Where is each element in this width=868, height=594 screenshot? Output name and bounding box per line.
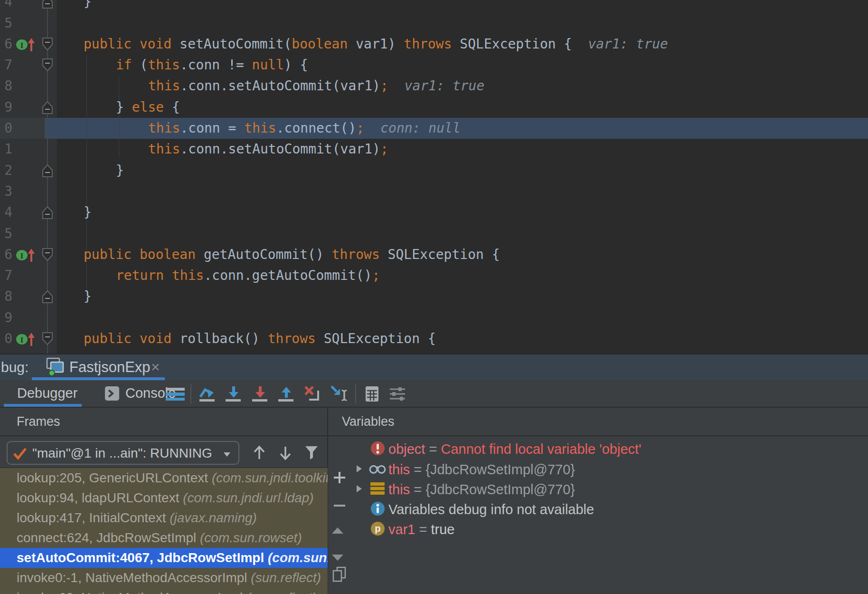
stack-frame-row[interactable]: lookup:205, GenericURLContext (com.sun.j… (0, 468, 328, 488)
inline-debug-hint: var1: true (405, 78, 485, 94)
stack-frame-row[interactable]: lookup:94, ldapURLContext (com.sun.jndi.… (0, 488, 328, 508)
line-number: 8 (0, 286, 12, 307)
force-step-into-icon[interactable] (251, 384, 270, 403)
expand-arrow-icon[interactable] (356, 484, 363, 495)
frame-method: lookup:94, ldapURLContext (17, 490, 183, 505)
code-line: 4} (0, 202, 868, 223)
debug-session-tab-title: FastjsonExp (69, 354, 151, 380)
line-number: 6 (0, 244, 12, 265)
code-line: 9} else { (0, 97, 868, 118)
code-line: 8this.conn.setAutoCommit(var1);var1: tru… (0, 76, 868, 96)
stack-frame-row[interactable]: connect:624, JdbcRowSetImpl (com.sun.row… (0, 528, 328, 548)
chevron-down-icon (222, 451, 232, 459)
hide-library-frames-filter-icon[interactable] (303, 444, 320, 461)
variable-text: var1 = true (388, 522, 454, 537)
code-line: 7if (this.conn != null) { (0, 55, 868, 76)
code-line: 6Ipublic void setAutoCommit(boolean var1… (0, 34, 868, 55)
variable-row[interactable]: object = Cannot find local variable 'obj… (351, 439, 868, 460)
stack-frame-row[interactable]: invoke:62, NativeMethodAccessorImpl (sun… (0, 588, 328, 594)
code-line: 8} (0, 286, 868, 307)
code-line-text: public void setAutoCommit(boolean var1) … (84, 34, 668, 55)
fold-marker-icon[interactable] (41, 247, 54, 265)
inline-debug-hint: var1: true (588, 36, 668, 52)
code-line: 5 (0, 223, 868, 244)
frame-package: (com.sun.jndi.toolkit.url) (212, 470, 328, 485)
fold-marker-icon[interactable] (41, 331, 54, 349)
run-to-cursor-icon[interactable] (330, 384, 349, 403)
code-line: 0this.conn = this.connect();conn: null (0, 118, 868, 139)
frame-package: (javax.naming) (170, 510, 257, 525)
line-number: 1 (0, 139, 12, 160)
step-into-icon[interactable] (224, 384, 243, 403)
line-number: 6 (0, 34, 12, 55)
previous-frame-button[interactable] (251, 444, 268, 461)
chevron-down-icon (222, 451, 232, 460)
variable-row[interactable]: this = {JdbcRowSetImpl@770} (351, 479, 868, 500)
debug-toolwindow-header: bug: FastjsonExp × (0, 354, 868, 380)
remove-watch-icon[interactable] (331, 502, 348, 510)
fold-marker-icon[interactable] (41, 204, 54, 222)
line-number: 0 (0, 328, 12, 349)
filter-icon (303, 455, 320, 463)
evaluate-expression-icon[interactable] (362, 384, 381, 403)
fold-marker-icon[interactable] (41, 57, 54, 75)
debugger-panels: Frames Variables "main"@1 in ...ain": RU… (0, 408, 868, 594)
drop-frame-icon[interactable] (303, 384, 322, 403)
fold-marker-icon[interactable] (41, 0, 54, 12)
variable-row[interactable]: pvar1 = true (351, 519, 868, 540)
next-frame-button[interactable] (277, 444, 294, 461)
frame-package: (sun.reflect) (246, 590, 317, 594)
add-watch-icon[interactable] (331, 469, 348, 488)
navigate-down-icon[interactable] (331, 553, 344, 564)
variables-side-toolbar (328, 436, 351, 594)
expand-arrow-icon[interactable] (356, 464, 363, 475)
close-icon[interactable]: × (151, 354, 160, 379)
code-line: 3 (0, 181, 868, 202)
method-overridden-gutter-icon[interactable]: I (15, 36, 36, 55)
variables-panel-title: Variables (342, 408, 395, 435)
param-icon: p (370, 521, 386, 538)
stack-frame-row[interactable]: lookup:417, InitialContext (javax.naming… (0, 508, 328, 528)
frames-list: lookup:205, GenericURLContext (com.sun.j… (0, 468, 328, 594)
navigate-up-icon[interactable] (331, 527, 344, 537)
variable-row[interactable]: Variables debug info not available (351, 499, 868, 520)
method-overridden-gutter-icon[interactable]: I (15, 246, 36, 265)
line-number: 4 (0, 0, 12, 13)
variable-text: this = {JdbcRowSetImpl@770} (388, 482, 575, 498)
code-line-text: } (84, 286, 92, 307)
step-out-icon[interactable] (277, 384, 296, 403)
stack-frame-row[interactable]: setAutoCommit:4067, JdbcRowSetImpl (com.… (0, 548, 328, 568)
line-number: 0 (0, 118, 12, 139)
line-number: 4 (0, 202, 12, 223)
inline-debug-hint: conn: null (380, 120, 461, 136)
glasses-small-icon (368, 462, 387, 477)
selected-tab-underline (4, 404, 82, 407)
thread-running-check-icon (12, 454, 28, 462)
frame-method: invoke0:-1, NativeMethodAccessorImpl (17, 570, 251, 585)
fold-marker-icon[interactable] (41, 36, 54, 54)
frame-method: setAutoCommit:4067, JdbcRowSetImpl (17, 550, 268, 565)
previous-frame-icon (251, 455, 268, 463)
fold-marker-icon[interactable] (41, 163, 54, 181)
fold-marker-icon[interactable] (41, 288, 54, 307)
menu-icon[interactable] (165, 384, 184, 403)
copy-icon[interactable] (331, 566, 348, 585)
thread-running-check-icon (12, 447, 28, 463)
fold-marker-icon[interactable] (41, 99, 54, 117)
layout-settings-icon[interactable] (388, 384, 407, 403)
line-number: 7 (0, 265, 12, 286)
step-over-icon[interactable] (198, 384, 217, 403)
frame-method: invoke:62, NativeMethodAccessorImpl (17, 590, 246, 594)
variable-row[interactable]: this = {JdbcRowSetImpl@770} (351, 459, 868, 480)
code-line-text: return this.conn.getAutoCommit(); (116, 265, 380, 286)
code-line-text: this.conn.setAutoCommit(var1);var1: true (148, 76, 484, 96)
code-line-text: public void rollback() throws SQLExcepti… (84, 328, 436, 349)
thread-dropdown[interactable]: "main"@1 in ...ain": RUNNING (7, 441, 239, 465)
divider (0, 435, 868, 436)
method-overridden-gutter-icon[interactable]: I (15, 330, 36, 349)
code-line-text: } (84, 202, 92, 223)
line-number: 3 (0, 181, 12, 202)
tab-debugger[interactable]: Debugger (17, 380, 77, 406)
code-editor[interactable]: 4}56Ipublic void setAutoCommit(boolean v… (0, 0, 868, 354)
stack-frame-row[interactable]: invoke0:-1, NativeMethodAccessorImpl (su… (0, 568, 328, 588)
